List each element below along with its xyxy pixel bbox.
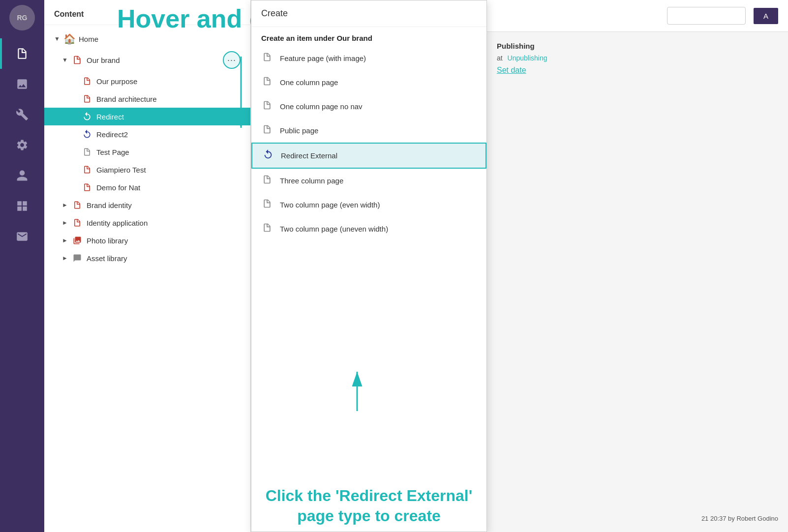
sidebar: RG bbox=[0, 0, 44, 532]
home-label: Home bbox=[79, 35, 241, 43]
dropdown-item-redirect-external[interactable]: Redirect External bbox=[251, 143, 486, 169]
dropdown-item-one-column-no-nav[interactable]: One column page no nav bbox=[251, 94, 486, 118]
tree-item-redirect[interactable]: Redirect bbox=[44, 108, 250, 125]
one-column-no-nav-label: One column page no nav bbox=[280, 102, 363, 111]
one-column-icon bbox=[261, 76, 273, 89]
tree-item-test-page[interactable]: Test Page bbox=[44, 143, 250, 161]
brand-identity-icon bbox=[72, 200, 83, 210]
grid-icon bbox=[16, 200, 29, 212]
click-annotation: Click the 'Redirect External' page type … bbox=[261, 486, 477, 527]
tree-item-our-brand[interactable]: Our brand ··· bbox=[44, 48, 250, 72]
right-panel: A Publishing at Unpublishing Set date 21… bbox=[487, 0, 788, 532]
photo-library-icon bbox=[72, 235, 83, 246]
arrow-home bbox=[54, 35, 62, 42]
set-date-link[interactable]: Set date bbox=[497, 66, 526, 74]
publishing-label: Publishing bbox=[497, 42, 778, 50]
unpublish-at: at bbox=[497, 54, 503, 62]
image-icon bbox=[16, 78, 29, 90]
dropdown-item-one-column[interactable]: One column page bbox=[251, 70, 486, 94]
dropdown-item-public-page[interactable]: Public page bbox=[251, 118, 486, 143]
right-content: Publishing at Unpublishing Set date 21 2… bbox=[487, 32, 788, 532]
dropdown-header: Create bbox=[251, 0, 486, 27]
public-page-icon bbox=[261, 124, 273, 137]
public-page-label: Public page bbox=[280, 126, 318, 135]
arrow-photo-library bbox=[62, 237, 70, 244]
brand-icon bbox=[72, 55, 83, 65]
one-column-no-nav-icon bbox=[261, 100, 273, 113]
dropdown-section-title: Create an item under Our brand bbox=[251, 27, 486, 46]
sidebar-item-media[interactable] bbox=[0, 69, 44, 99]
page-red-icon bbox=[82, 76, 92, 87]
asset-library-icon bbox=[72, 253, 83, 264]
unpublish-info: at Unpublishing bbox=[497, 54, 778, 62]
tree-item-redirect2[interactable]: Redirect2 bbox=[44, 125, 250, 143]
arrow-asset-library bbox=[62, 255, 70, 262]
arrow-identity-app bbox=[62, 219, 70, 226]
photo-library-label: Photo library bbox=[87, 236, 241, 245]
tree-item-our-purpose[interactable]: Our purpose bbox=[44, 72, 250, 90]
avatar[interactable]: RG bbox=[9, 5, 35, 30]
wrench-icon bbox=[16, 108, 29, 121]
feature-page-icon bbox=[261, 52, 273, 65]
create-dropdown: Create Create an item under Our brand Fe… bbox=[251, 0, 487, 532]
redirect-label: Redirect bbox=[96, 113, 241, 121]
test-page-label: Test Page bbox=[96, 148, 241, 156]
one-column-label: One column page bbox=[280, 78, 338, 87]
sidebar-item-mail[interactable] bbox=[0, 221, 44, 252]
sidebar-item-users[interactable] bbox=[0, 160, 44, 191]
two-column-even-label: Two column page (even width) bbox=[280, 201, 380, 209]
redirect2-label: Redirect2 bbox=[96, 130, 241, 139]
document-icon bbox=[16, 47, 29, 60]
tree-item-photo-library[interactable]: Photo library bbox=[44, 232, 250, 249]
dropdown-item-feature-page[interactable]: Feature page (with image) bbox=[251, 46, 486, 70]
giampiero-icon bbox=[82, 164, 92, 175]
demo-nat-icon bbox=[82, 182, 92, 193]
asset-library-label: Asset library bbox=[87, 254, 241, 263]
dropdown-item-three-column[interactable]: Three column page bbox=[251, 169, 486, 193]
sidebar-item-content[interactable] bbox=[0, 38, 44, 69]
arrow-our-brand bbox=[62, 57, 70, 63]
tree-item-giampiero[interactable]: Giampiero Test bbox=[44, 161, 250, 178]
identity-app-icon bbox=[72, 217, 83, 228]
tree-item-demo-nat[interactable]: Demo for Nat bbox=[44, 178, 250, 196]
sidebar-item-modules[interactable] bbox=[0, 191, 44, 221]
sidebar-item-settings[interactable] bbox=[0, 130, 44, 160]
right-top-bar: A bbox=[487, 0, 788, 32]
brand-architecture-label: Brand architecture bbox=[96, 95, 241, 103]
two-column-uneven-label: Two column page (uneven width) bbox=[280, 225, 388, 233]
tree-item-home[interactable]: 🏠 Home bbox=[44, 30, 250, 48]
dropdown-item-two-column-uneven[interactable]: Two column page (uneven width) bbox=[251, 217, 486, 241]
our-purpose-label: Our purpose bbox=[96, 77, 241, 86]
home-icon: 🏠 bbox=[64, 33, 75, 44]
context-menu-button[interactable]: ··· bbox=[223, 51, 241, 69]
redirect-external-icon bbox=[262, 149, 274, 162]
brand-identity-label: Brand identity bbox=[87, 201, 241, 209]
gear-icon bbox=[16, 139, 29, 151]
add-button[interactable]: A bbox=[754, 8, 778, 24]
test-page-icon bbox=[82, 147, 92, 157]
up-arrow-annotation bbox=[342, 367, 372, 416]
dropdown-item-two-column-even[interactable]: Two column page (even width) bbox=[251, 193, 486, 217]
our-brand-label: Our brand bbox=[87, 56, 221, 64]
two-column-even-icon bbox=[261, 198, 273, 211]
tree-item-identity-app[interactable]: Identity application bbox=[44, 214, 250, 232]
page-red-icon2 bbox=[82, 93, 92, 104]
identity-app-label: Identity application bbox=[87, 219, 241, 227]
unpublish-status: Unpublishing bbox=[508, 54, 547, 62]
content-header: Content bbox=[44, 0, 250, 25]
three-column-label: Three column page bbox=[280, 177, 343, 185]
sidebar-item-tools[interactable] bbox=[0, 99, 44, 130]
tree-container: 🏠 Home Our brand ··· Our purpose B bbox=[44, 25, 250, 532]
content-panel: Hover and click Content 🏠 Home Our brand… bbox=[44, 0, 251, 532]
redirect2-icon bbox=[82, 129, 92, 140]
footer-info: 21 20:37 by Robert Godino bbox=[701, 515, 778, 522]
redirect-external-label: Redirect External bbox=[281, 151, 337, 160]
demo-nat-label: Demo for Nat bbox=[96, 183, 241, 192]
two-column-uneven-icon bbox=[261, 222, 273, 236]
tree-item-brand-architecture[interactable]: Brand architecture bbox=[44, 90, 250, 108]
tree-item-brand-identity[interactable]: Brand identity bbox=[44, 196, 250, 214]
user-icon bbox=[16, 169, 29, 182]
tree-item-asset-library[interactable]: Asset library bbox=[44, 249, 250, 267]
three-column-icon bbox=[261, 174, 273, 187]
search-input[interactable] bbox=[667, 7, 746, 25]
